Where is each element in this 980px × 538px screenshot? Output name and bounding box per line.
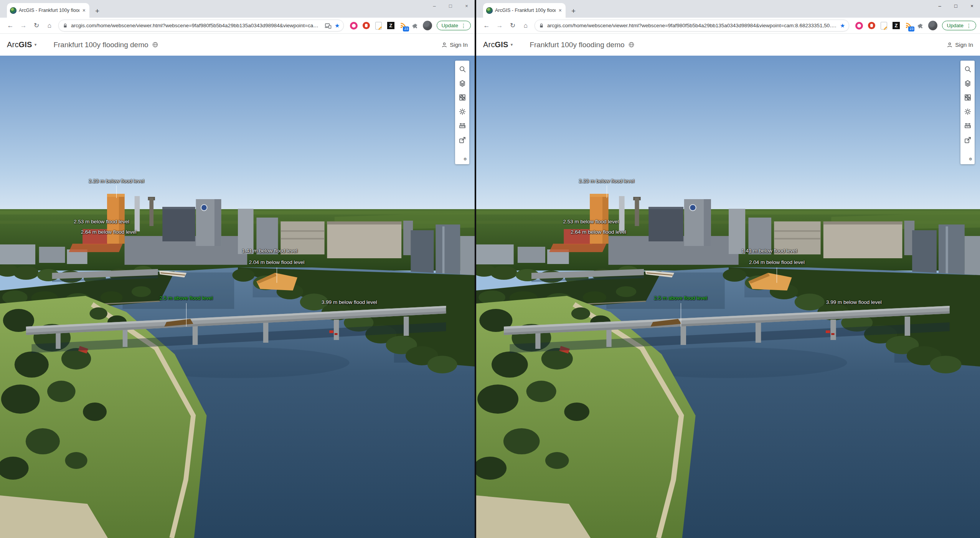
minimize-button[interactable]: –: [932, 0, 948, 12]
url-text[interactable]: arcgis.com/home/webscene/viewer.html?web…: [547, 23, 837, 28]
flood-label: 2.23 m below flood level: [89, 178, 144, 183]
close-button[interactable]: ×: [964, 0, 980, 12]
label-leader-line: [116, 185, 117, 198]
globe-icon: [628, 41, 635, 48]
flood-label: 1.41 m below flood level: [242, 248, 297, 253]
chrome-update-button[interactable]: Update ⋮: [437, 21, 471, 30]
share-icon[interactable]: [455, 133, 469, 147]
chrome-menu-icon[interactable]: ⋮: [966, 23, 972, 28]
flood-label: 1.41 m below flood level: [741, 248, 797, 253]
sign-in-button[interactable]: Sign In: [947, 41, 973, 48]
pink-ring-extension-icon[interactable]: [855, 21, 864, 30]
settings-icon[interactable]: [960, 149, 975, 163]
new-tab-button[interactable]: +: [571, 7, 576, 15]
back-icon[interactable]: ←: [482, 21, 492, 31]
arcgis-logo[interactable]: ArcGIS ▾: [483, 40, 513, 49]
scene-canvas[interactable]: 2.23 m below flood level 2.53 m below fl…: [0, 56, 475, 538]
tab-title: ArcGIS - Frankfurt 100y flooding: [19, 8, 79, 13]
measure-icon[interactable]: [455, 119, 469, 133]
search-icon[interactable]: [960, 62, 975, 76]
arcgis-favicon-icon: [486, 7, 493, 14]
notes-extension-icon[interactable]: [374, 21, 383, 30]
url-text[interactable]: arcgis.com/home/webscene/viewer.html?web…: [71, 23, 322, 28]
reload-icon[interactable]: ↻: [31, 21, 41, 31]
red-blocker-extension-icon[interactable]: [361, 21, 371, 30]
maximize-button[interactable]: □: [442, 0, 459, 12]
flood-label-overlay: 2.23 m below flood level 2.53 m below fl…: [0, 56, 475, 538]
basemap-icon[interactable]: [960, 90, 975, 104]
arcgis-logo[interactable]: ArcGIS ▾: [7, 40, 36, 49]
sign-in-button[interactable]: Sign In: [441, 41, 468, 48]
scene-tools: [455, 61, 469, 164]
tab-close-icon[interactable]: ×: [558, 7, 563, 14]
update-label: Update: [947, 23, 964, 28]
feed-extension-icon[interactable]: 23: [398, 21, 408, 30]
label-leader-line: [777, 267, 777, 283]
flood-label: 2.64 m below flood level: [81, 229, 137, 234]
new-tab-button[interactable]: +: [95, 7, 99, 15]
puzzle-extensions-icon[interactable]: [916, 21, 925, 30]
notes-extension-icon[interactable]: [879, 21, 888, 30]
tab-close-icon[interactable]: ×: [82, 7, 86, 14]
daylight-icon[interactable]: [455, 104, 469, 119]
home-icon[interactable]: ⌂: [45, 21, 54, 31]
tab-title: ArcGIS - Frankfurt 100y flooding: [495, 8, 556, 13]
bookmark-star-icon[interactable]: ★: [335, 23, 340, 28]
puzzle-extensions-icon[interactable]: [411, 21, 420, 30]
extensions-row: Z 23: [348, 21, 434, 30]
tab-strip: ArcGIS - Frankfurt 100y flooding × + – □…: [0, 0, 475, 18]
back-icon[interactable]: ←: [5, 21, 15, 31]
reload-icon[interactable]: ↻: [508, 21, 518, 31]
basemap-icon[interactable]: [455, 90, 469, 104]
red-blocker-extension-icon[interactable]: [867, 21, 876, 30]
settings-icon[interactable]: [455, 149, 469, 163]
address-bar[interactable]: arcgis.com/home/webscene/viewer.html?web…: [58, 20, 344, 31]
arcgis-header: ArcGIS ▾ Frankfurt 100y flooding demo Si…: [0, 34, 475, 56]
sign-in-label: Sign In: [955, 41, 973, 48]
close-button[interactable]: ×: [459, 0, 475, 12]
feed-extension-icon[interactable]: 23: [904, 21, 913, 30]
flood-label: 2.23 m below flood level: [579, 178, 634, 183]
chrome-update-button[interactable]: Update ⋮: [942, 21, 976, 30]
lock-icon: [63, 23, 68, 28]
page-title: Frankfurt 100y flooding demo: [530, 41, 634, 49]
flood-label: 2.04 m below flood level: [749, 259, 805, 265]
sign-in-label: Sign In: [450, 41, 468, 48]
layers-icon[interactable]: [455, 76, 469, 90]
daylight-icon[interactable]: [960, 104, 975, 119]
layers-icon[interactable]: [960, 76, 975, 90]
zotero-extension-icon[interactable]: Z: [891, 21, 901, 30]
zotero-extension-icon[interactable]: Z: [386, 21, 395, 30]
chrome-menu-icon[interactable]: ⋮: [461, 23, 466, 28]
forward-icon[interactable]: →: [495, 21, 505, 31]
profile-avatar-icon[interactable]: [928, 21, 937, 30]
person-icon: [441, 42, 447, 48]
flood-label: 3.99 m below flood level: [322, 299, 377, 305]
window-controls: – □ ×: [426, 0, 475, 12]
scene-canvas[interactable]: 2.23 m below flood level 2.53 m below fl…: [476, 56, 980, 538]
flood-label: 2.53 m below flood level: [74, 219, 129, 224]
maximize-button[interactable]: □: [948, 0, 964, 12]
browser-tab[interactable]: ArcGIS - Frankfurt 100y flooding ×: [7, 3, 89, 18]
home-icon[interactable]: ⌂: [521, 21, 531, 31]
address-bar[interactable]: arcgis.com/home/webscene/viewer.html?web…: [535, 20, 849, 31]
globe-icon: [152, 41, 158, 48]
chevron-down-icon: ▾: [511, 42, 513, 47]
window-controls: – □ ×: [932, 0, 980, 12]
profile-avatar-icon[interactable]: [423, 21, 432, 30]
browser-tab[interactable]: ArcGIS - Frankfurt 100y flooding ×: [483, 3, 566, 18]
tab-strip: ArcGIS - Frankfurt 100y flooding × + – □…: [476, 0, 980, 18]
devices-icon[interactable]: [325, 23, 332, 29]
extension-badge: 23: [908, 26, 914, 31]
measure-icon[interactable]: [960, 119, 975, 133]
arcgis-favicon-icon: [10, 7, 16, 14]
bookmark-star-icon[interactable]: ★: [840, 23, 845, 28]
minimize-button[interactable]: –: [426, 0, 442, 12]
forward-icon[interactable]: →: [18, 21, 28, 31]
pink-ring-extension-icon[interactable]: [349, 21, 358, 30]
flood-label: 3.99 m below flood level: [826, 299, 882, 305]
search-icon[interactable]: [455, 62, 469, 76]
person-icon: [947, 42, 953, 48]
flood-label-above: 2.5 m above flood level: [159, 295, 213, 301]
share-icon[interactable]: [960, 133, 975, 147]
